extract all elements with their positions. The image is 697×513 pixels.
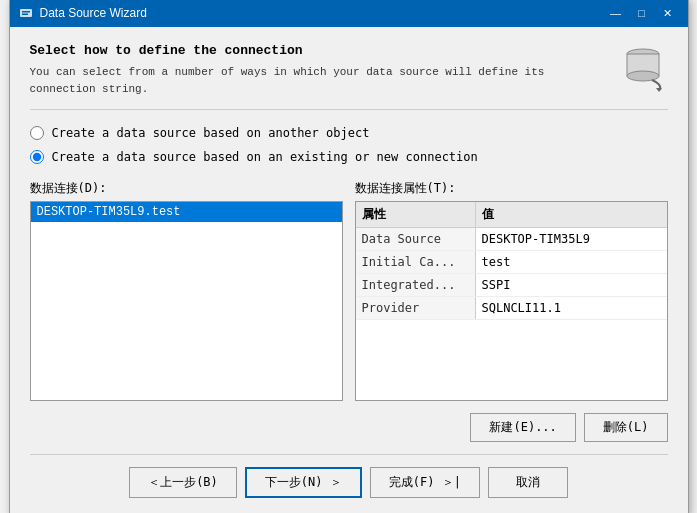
close-button[interactable]: ✕ [656,4,680,22]
col-header-value: 值 [476,202,667,227]
prop-row-1: Initial Ca... test [356,251,667,274]
prop-value-3: SQLNCLI11.1 [476,297,667,319]
data-connection-panel: 数据连接(D): DESKTOP-TIM35L9.test [30,180,343,401]
radio-option-2[interactable]: Create a data source based on an existin… [30,150,668,164]
prop-name-2: Integrated... [356,274,476,296]
prop-value-2: SSPI [476,274,667,296]
maximize-button[interactable]: □ [630,4,654,22]
radio-option-1[interactable]: Create a data source based on another ob… [30,126,668,140]
header-section: Select how to define the connection You … [30,43,668,110]
separator [30,454,668,455]
header-title: Select how to define the connection [30,43,608,58]
window-controls: — □ ✕ [604,4,680,22]
radio-label-1: Create a data source based on another ob… [52,126,370,140]
radio-label-2: Create a data source based on an existin… [52,150,478,164]
cancel-button[interactable]: 取消 [488,467,568,498]
data-connection-list[interactable]: DESKTOP-TIM35L9.test [30,201,343,401]
svg-point-5 [627,71,659,81]
prop-row-3: Provider SQLNCLI11.1 [356,297,667,320]
action-buttons: 新建(E)... 删除(L) [30,413,668,442]
prop-name-0: Data Source [356,228,476,250]
prop-value-1: test [476,251,667,273]
radio-options: Create a data source based on another ob… [30,126,668,164]
next-button[interactable]: 下一步(N) ＞ [245,467,362,498]
header-description: You can select from a number of ways in … [30,64,608,97]
prop-value-0: DESKTOP-TIM35L9 [476,228,667,250]
main-window: Data Source Wizard — □ ✕ Select how to d… [9,0,689,513]
data-properties-panel: 数据连接属性(T): 属性 值 Data Source DESKTOP-TIM3… [355,180,668,401]
radio-input-1[interactable] [30,126,44,140]
titlebar: Data Source Wizard — □ ✕ [10,0,688,27]
delete-button[interactable]: 删除(L) [584,413,668,442]
window-content: Select how to define the connection You … [10,27,688,513]
new-button[interactable]: 新建(E)... [470,413,575,442]
back-button[interactable]: ＜上一步(B) [129,467,237,498]
prop-header-row: 属性 值 [356,202,667,228]
minimize-button[interactable]: — [604,4,628,22]
footer-buttons: ＜上一步(B) 下一步(N) ＞ 完成(F) ＞| 取消 [30,467,668,498]
svg-marker-6 [656,88,662,92]
data-properties-label: 数据连接属性(T): [355,180,668,197]
database-icon [618,43,668,93]
prop-row-2: Integrated... SSPI [356,274,667,297]
properties-table: 属性 值 Data Source DESKTOP-TIM35L9 Initial… [355,201,668,401]
app-icon [18,5,34,21]
prop-row-0: Data Source DESKTOP-TIM35L9 [356,228,667,251]
svg-rect-0 [20,9,32,17]
radio-input-2[interactable] [30,150,44,164]
window-title: Data Source Wizard [40,6,604,20]
svg-rect-2 [22,14,28,16]
svg-rect-1 [22,11,30,13]
prop-name-3: Provider [356,297,476,319]
main-panels: 数据连接(D): DESKTOP-TIM35L9.test 数据连接属性(T):… [30,180,668,401]
data-connection-label: 数据连接(D): [30,180,343,197]
list-item[interactable]: DESKTOP-TIM35L9.test [31,202,342,222]
col-header-property: 属性 [356,202,476,227]
prop-name-1: Initial Ca... [356,251,476,273]
finish-button[interactable]: 完成(F) ＞| [370,467,480,498]
header-text: Select how to define the connection You … [30,43,608,97]
